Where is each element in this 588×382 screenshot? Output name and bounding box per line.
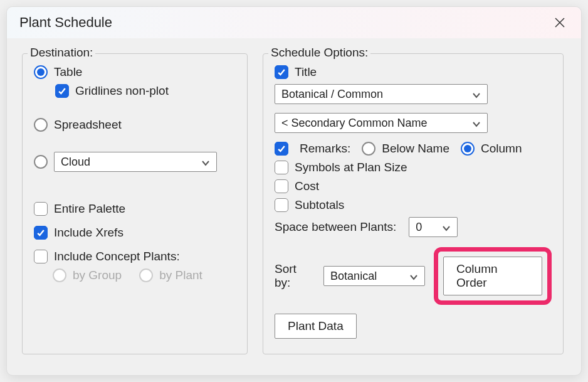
radio-by-plant <box>139 268 153 282</box>
label-remarks: Remarks: <box>300 142 350 156</box>
label-include-concept: Include Concept Plants: <box>54 250 180 263</box>
chevron-down-icon <box>201 157 210 166</box>
chevron-down-icon <box>472 119 481 127</box>
column-order-button[interactable]: Column Order <box>443 257 542 295</box>
concept-sub-options: by Group by Plant <box>53 268 236 282</box>
chevron-down-icon <box>442 223 451 231</box>
radio-spreadsheet[interactable] <box>34 118 48 132</box>
radio-cloud[interactable] <box>34 155 48 169</box>
checkbox-symbols[interactable] <box>275 161 288 174</box>
destination-table-row[interactable]: Table <box>34 65 236 79</box>
radio-column[interactable] <box>461 142 475 156</box>
dialog-window: Plant Schedule Destination: Table Gridli… <box>6 6 582 376</box>
cost-row[interactable]: Cost <box>275 179 552 193</box>
space-between-row: Space between Plants: 0 <box>275 217 552 237</box>
checkbox-remarks[interactable] <box>275 142 288 156</box>
label-column: Column <box>481 142 522 156</box>
sort-by-value: Botanical <box>330 270 377 283</box>
checkbox-gridlines[interactable] <box>55 84 69 98</box>
checkbox-include-concept[interactable] <box>34 250 48 263</box>
label-below-name: Below Name <box>382 142 449 156</box>
label-spreadsheet: Spreadsheet <box>54 118 122 132</box>
subtotals-row[interactable]: Subtotals <box>275 198 552 212</box>
include-concept-row[interactable]: Include Concept Plants: <box>34 250 236 263</box>
checkbox-title[interactable] <box>275 65 288 79</box>
cloud-select-value: Cloud <box>61 156 90 169</box>
label-sort-by: Sort by: <box>275 262 315 290</box>
label-symbols: Symbols at Plan Size <box>295 161 407 174</box>
close-button[interactable] <box>551 14 569 31</box>
label-subtotals: Subtotals <box>295 198 344 212</box>
plant-data-row: Plant Data <box>275 314 552 339</box>
checkbox-cost[interactable] <box>275 179 288 193</box>
checkbox-include-xrefs[interactable] <box>34 226 48 240</box>
sort-by-select[interactable]: Botanical <box>323 266 425 286</box>
destination-cloud-row[interactable]: Cloud <box>34 152 236 172</box>
by-plant-row: by Plant <box>139 268 202 282</box>
remarks-row: Remarks: Below Name Column <box>275 142 552 156</box>
label-table: Table <box>54 65 82 79</box>
schedule-options-legend: Schedule Options: <box>268 46 370 60</box>
include-xrefs-row[interactable]: Include Xrefs <box>34 226 236 240</box>
label-title: Title <box>295 65 317 79</box>
checkbox-entire-palette[interactable] <box>34 202 48 216</box>
radio-by-group <box>53 268 66 282</box>
title-row[interactable]: Title <box>275 65 552 79</box>
label-include-xrefs: Include Xrefs <box>54 226 123 240</box>
chevron-down-icon <box>409 272 418 280</box>
titlebar: Plant Schedule <box>7 7 581 38</box>
name-format-select[interactable]: Botanical / Common <box>275 84 488 104</box>
sort-row: Sort by: Botanical Column Order <box>275 247 552 305</box>
label-by-group: by Group <box>73 268 122 282</box>
space-between-value: 0 <box>416 221 422 234</box>
schedule-options-fieldset: Schedule Options: Title Botanical / Comm… <box>263 53 564 354</box>
label-cost: Cost <box>295 179 319 193</box>
label-entire-palette: Entire Palette <box>54 202 125 216</box>
gridlines-row[interactable]: Gridlines non-plot <box>55 84 236 98</box>
label-space-between: Space between Plants: <box>275 220 396 234</box>
label-gridlines: Gridlines non-plot <box>75 84 169 98</box>
plant-data-button[interactable]: Plant Data <box>275 314 357 339</box>
checkbox-subtotals[interactable] <box>275 198 288 212</box>
destination-fieldset: Destination: Table Gridlines non-plot Sp… <box>22 53 248 354</box>
dialog-content: Destination: Table Gridlines non-plot Sp… <box>7 38 581 354</box>
entire-palette-row[interactable]: Entire Palette <box>34 202 236 216</box>
secondary-name-select[interactable]: < Secondary Common Name <box>275 113 488 133</box>
radio-table[interactable] <box>34 65 48 79</box>
destination-legend: Destination: <box>28 46 95 60</box>
destination-spreadsheet-row[interactable]: Spreadsheet <box>34 118 236 132</box>
space-between-select[interactable]: 0 <box>409 217 458 237</box>
cloud-select[interactable]: Cloud <box>54 152 217 172</box>
radio-below-name[interactable] <box>362 142 375 156</box>
symbols-row[interactable]: Symbols at Plan Size <box>275 161 552 174</box>
close-icon <box>554 16 566 29</box>
by-group-row: by Group <box>53 268 122 282</box>
chevron-down-icon <box>472 90 481 98</box>
secondary-name-value: < Secondary Common Name <box>281 117 428 130</box>
column-order-highlight: Column Order <box>434 247 552 305</box>
dialog-title: Plant Schedule <box>19 14 112 31</box>
name-format-value: Botanical / Common <box>281 88 383 101</box>
label-by-plant: by Plant <box>159 268 202 282</box>
